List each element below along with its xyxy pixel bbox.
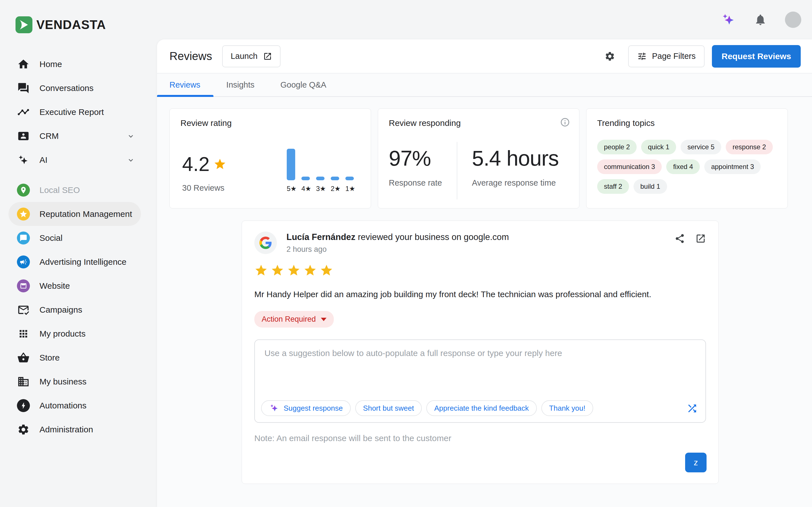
contacts-icon bbox=[17, 129, 30, 143]
response-time: 5.4 hours Average response time bbox=[472, 146, 559, 200]
sidebar-nav: Home Conversations Executive Report CRM … bbox=[0, 52, 157, 441]
rating-histogram-labels: 5★4★3★2★1★ bbox=[287, 185, 354, 193]
sidebar-item-advertising-intelligence[interactable]: Advertising Intelligence bbox=[8, 250, 141, 274]
topbar bbox=[157, 0, 812, 40]
review-star-icon bbox=[271, 264, 284, 277]
review-action-text: reviewed your business on google.com bbox=[356, 232, 509, 242]
sidebar-item-home[interactable]: Home bbox=[8, 52, 141, 76]
sidebar-item-social[interactable]: Social bbox=[8, 226, 141, 250]
rating-bar bbox=[345, 177, 354, 180]
reply-input[interactable] bbox=[255, 340, 705, 396]
google-logo-avatar bbox=[254, 231, 277, 254]
main-panel: Reviews Launch Page Filters Request Revi… bbox=[157, 40, 812, 507]
settings-gear-icon[interactable] bbox=[605, 51, 615, 62]
rating-summary: 4.2 30 Reviews bbox=[182, 153, 226, 193]
page-header: Reviews Launch Page Filters Request Revi… bbox=[157, 40, 812, 73]
building-icon bbox=[17, 375, 30, 388]
review-star-icon bbox=[303, 264, 317, 277]
email-note: Note: An email response will be sent to … bbox=[254, 434, 706, 443]
launch-button[interactable]: Launch bbox=[222, 45, 281, 67]
suggestion-pill[interactable]: Short but sweet bbox=[355, 400, 422, 416]
sidebar: VENDASTA Home Conversations Executive Re… bbox=[0, 0, 157, 507]
card-title: Review responding bbox=[389, 118, 568, 128]
rating-bar-label: 2★ bbox=[331, 185, 339, 193]
review-stars bbox=[254, 264, 706, 277]
suggest-response-button[interactable]: Suggest response bbox=[261, 400, 351, 416]
reviewer-name: Lucía Fernández bbox=[287, 232, 356, 242]
shuffle-icon[interactable] bbox=[686, 402, 698, 414]
sidebar-item-ai[interactable]: AI bbox=[8, 148, 141, 172]
request-reviews-button[interactable]: Request Reviews bbox=[712, 45, 801, 68]
response-rate: 97% Response rate bbox=[389, 146, 442, 200]
timeline-icon bbox=[17, 106, 30, 119]
sidebar-item-reputation-management[interactable]: Reputation Management bbox=[8, 202, 141, 226]
notifications-bell-icon[interactable] bbox=[754, 13, 767, 26]
rating-bar bbox=[331, 177, 339, 180]
sidebar-item-my-business[interactable]: My business bbox=[8, 370, 141, 393]
trending-chips: people 2 quick 1 service 5 response 2 co… bbox=[597, 140, 777, 194]
send-button[interactable]: z bbox=[685, 453, 707, 472]
status-dropdown[interactable]: Action Required bbox=[254, 311, 334, 328]
sidebar-item-automations[interactable]: Automations bbox=[8, 393, 141, 417]
topic-chip[interactable]: build 1 bbox=[633, 179, 667, 194]
user-avatar[interactable] bbox=[785, 11, 801, 28]
gear-icon bbox=[17, 423, 30, 436]
tab-google-qa[interactable]: Google Q&A bbox=[267, 73, 340, 96]
vendasta-logo[interactable]: VENDASTA bbox=[15, 16, 106, 33]
sidebar-item-administration[interactable]: Administration bbox=[8, 417, 141, 441]
open-in-new-icon[interactable] bbox=[695, 233, 706, 244]
sparkle-gradient-icon bbox=[269, 403, 279, 413]
chevron-down-icon bbox=[126, 156, 135, 165]
topic-chip[interactable]: response 2 bbox=[726, 140, 773, 154]
topic-chip[interactable]: communication 3 bbox=[597, 159, 662, 174]
sidebar-item-website[interactable]: Website bbox=[8, 274, 141, 298]
ai-sparkle-icon[interactable] bbox=[721, 12, 736, 27]
rating-bar-label: 3★ bbox=[316, 185, 324, 193]
star-icon bbox=[213, 158, 226, 171]
suggestion-pill[interactable]: Appreciate the kind feedback bbox=[426, 400, 537, 416]
topic-chip[interactable]: quick 1 bbox=[641, 140, 676, 154]
tab-insights[interactable]: Insights bbox=[213, 73, 267, 96]
page-title: Reviews bbox=[169, 50, 212, 62]
caret-down-icon bbox=[321, 318, 326, 321]
suggestion-pill[interactable]: Thank you! bbox=[541, 400, 594, 416]
browser-badge-icon bbox=[17, 279, 30, 292]
sidebar-item-executive-report[interactable]: Executive Report bbox=[8, 100, 141, 124]
review-star-icon bbox=[254, 264, 268, 277]
sidebar-item-store[interactable]: Store bbox=[8, 346, 141, 370]
star-badge-icon bbox=[17, 208, 30, 221]
sidebar-item-crm[interactable]: CRM bbox=[8, 124, 141, 148]
rating-bar-label: 5★ bbox=[287, 185, 295, 193]
tab-reviews[interactable]: Reviews bbox=[157, 73, 213, 96]
rating-bar bbox=[287, 149, 295, 180]
rating-bar-label: 4★ bbox=[301, 185, 310, 193]
info-icon[interactable] bbox=[560, 117, 570, 127]
topic-chip[interactable]: people 2 bbox=[597, 140, 637, 154]
share-icon[interactable] bbox=[674, 233, 685, 244]
response-rate-label: Response rate bbox=[389, 178, 442, 187]
sidebar-item-local-seo[interactable]: Local SEO bbox=[8, 178, 141, 202]
tabbar: Reviews Insights Google Q&A bbox=[157, 73, 812, 97]
megaphone-badge-icon bbox=[17, 256, 30, 269]
chevron-down-icon bbox=[126, 131, 135, 140]
divider bbox=[457, 142, 457, 200]
review-card: Lucía Fernández reviewed your business o… bbox=[242, 221, 719, 484]
review-text: Mr Handy Helper did an amazing job build… bbox=[254, 290, 706, 299]
response-time-value: 5.4 hours bbox=[472, 146, 559, 170]
chat-bubble-badge-icon bbox=[17, 231, 30, 244]
page-filters-button[interactable]: Page Filters bbox=[628, 45, 705, 67]
review-star-icon bbox=[287, 264, 301, 277]
rating-histogram-bars bbox=[287, 148, 354, 180]
topic-chip[interactable]: fixed 4 bbox=[666, 159, 700, 174]
rating-histogram: 5★4★3★2★1★ bbox=[287, 148, 354, 193]
review-responding-card: Review responding 97% Response rate 5.4 … bbox=[378, 108, 579, 209]
sidebar-item-campaigns[interactable]: Campaigns bbox=[8, 298, 141, 322]
topic-chip[interactable]: staff 2 bbox=[597, 179, 629, 194]
chat-icon bbox=[17, 82, 30, 95]
home-icon bbox=[17, 58, 30, 71]
topic-chip[interactable]: service 5 bbox=[680, 140, 721, 154]
sidebar-item-conversations[interactable]: Conversations bbox=[8, 76, 141, 100]
topic-chip[interactable]: appointment 3 bbox=[704, 159, 761, 174]
sidebar-item-my-products[interactable]: My products bbox=[8, 322, 141, 346]
reviews-count: 30 Reviews bbox=[182, 183, 226, 193]
